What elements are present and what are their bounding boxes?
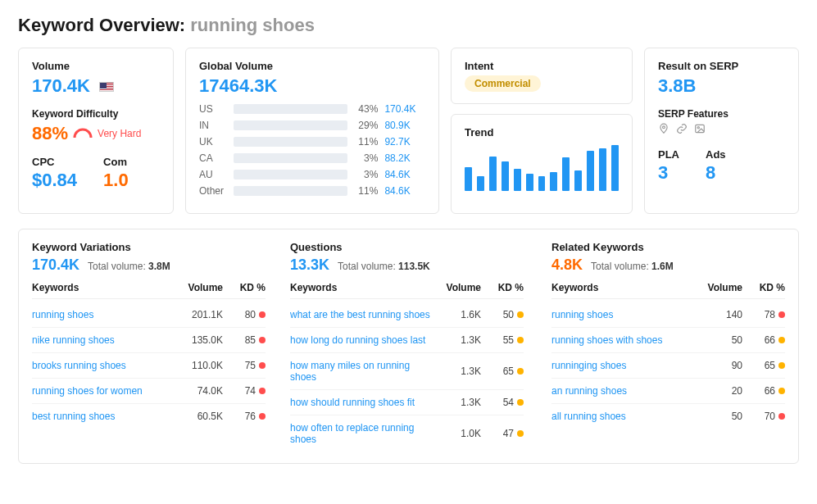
volume-label: Volume bbox=[32, 60, 160, 72]
keyword-kd: 74 bbox=[223, 385, 266, 397]
col-sub: Total volume: 1.6M bbox=[591, 261, 674, 272]
serp-value: 3.8B bbox=[658, 75, 785, 97]
kd-dot-icon bbox=[259, 413, 266, 420]
global-country: IN bbox=[199, 120, 227, 131]
kd-dot-icon bbox=[517, 368, 524, 375]
keyword-kd: 70 bbox=[742, 411, 785, 422]
com-value: 1.0 bbox=[103, 170, 129, 191]
global-row: AU 3% 84.6K bbox=[199, 169, 425, 180]
global-pct: 11% bbox=[354, 136, 379, 148]
table-row: running shoes for women 74.0K 74 bbox=[32, 379, 266, 404]
global-bar bbox=[234, 120, 347, 130]
keyword-kd: 76 bbox=[223, 411, 266, 422]
keyword-link[interactable]: running shoes with shoes bbox=[551, 334, 692, 346]
table-row: nike running shoes 135.0K 85 bbox=[32, 328, 266, 353]
col-main: 170.4K Total volume: 3.8M bbox=[32, 257, 266, 274]
trend-bar bbox=[550, 172, 557, 191]
global-pct: 43% bbox=[354, 103, 379, 115]
th-volume: Volume bbox=[172, 282, 223, 293]
table-row: an running shoes 20 66 bbox=[551, 379, 785, 404]
kd-dot-icon bbox=[517, 399, 524, 406]
keyword-kd: 80 bbox=[223, 309, 266, 320]
keyword-kd: 66 bbox=[742, 385, 785, 397]
keyword-volume: 201.1K bbox=[172, 309, 223, 320]
col-sub: Total volume: 3.8M bbox=[88, 261, 170, 272]
kd-label: Keyword Difficulty bbox=[32, 108, 160, 120]
keyword-link[interactable]: what are the best running shoes bbox=[290, 309, 430, 320]
page-title-label: Keyword Overview: bbox=[18, 15, 185, 35]
keyword-volume: 1.6K bbox=[430, 309, 481, 320]
col-main-value: 13.3K bbox=[290, 257, 329, 274]
cpc-label: CPC bbox=[32, 156, 77, 168]
global-row: UK 11% 92.7K bbox=[199, 136, 425, 148]
keyword-kd: 50 bbox=[481, 309, 524, 320]
col-main: 4.8K Total volume: 1.6M bbox=[551, 257, 785, 274]
features-label: SERP Features bbox=[658, 108, 785, 120]
keyword-kd: 66 bbox=[742, 334, 785, 346]
page-title: Keyword Overview: running shoes bbox=[18, 15, 799, 36]
serp-features-icons bbox=[658, 123, 785, 137]
table-row: running shoes 201.1K 80 bbox=[32, 302, 266, 328]
com-block: Com 1.0 bbox=[103, 156, 129, 191]
keyword-link[interactable]: nike running shoes bbox=[32, 334, 172, 346]
keyword-link[interactable]: how should running shoes fit bbox=[290, 397, 430, 408]
svg-point-2 bbox=[697, 127, 699, 129]
intent-badge: Commercial bbox=[465, 75, 541, 92]
global-country: Other bbox=[199, 185, 227, 197]
keyword-kd: 75 bbox=[223, 360, 266, 371]
keyword-volume: 1.3K bbox=[430, 366, 481, 377]
table-header: Keywords Volume KD % bbox=[32, 282, 266, 299]
keyword-kd: 78 bbox=[742, 309, 785, 320]
keyword-volume: 1.0K bbox=[430, 428, 481, 439]
keyword-link[interactable]: all running shoes bbox=[551, 411, 692, 422]
keyword-link[interactable]: an running shoes bbox=[551, 385, 692, 397]
pla-value: 3 bbox=[658, 162, 679, 184]
trend-bar bbox=[477, 176, 484, 191]
table-row: brooks running shoes 110.0K 75 bbox=[32, 353, 266, 379]
keyword-link[interactable]: running shoes bbox=[32, 309, 172, 320]
global-country: US bbox=[199, 103, 227, 115]
keyword-volume: 60.5K bbox=[172, 411, 223, 422]
kd-dot-icon bbox=[778, 337, 785, 343]
ads-block: Ads 8 bbox=[706, 148, 726, 184]
global-val: 170.4K bbox=[384, 103, 425, 115]
keyword-link[interactable]: best running shoes bbox=[32, 411, 172, 422]
table-row: what are the best running shoes 1.6K 50 bbox=[290, 302, 524, 328]
col-title: Questions bbox=[290, 241, 524, 253]
kd-dot-icon bbox=[259, 337, 266, 343]
keyword-kd: 47 bbox=[481, 428, 524, 439]
global-pct: 3% bbox=[354, 169, 379, 180]
link-icon bbox=[676, 123, 688, 137]
global-pct: 11% bbox=[354, 185, 379, 197]
trend-bar bbox=[599, 148, 606, 191]
kd-value: 88% bbox=[32, 123, 68, 144]
th-keywords: Keywords bbox=[290, 282, 430, 293]
trend-bar bbox=[489, 157, 497, 191]
global-country: AU bbox=[199, 169, 227, 180]
keyword-link[interactable]: how many miles on running shoes bbox=[290, 360, 430, 383]
kd-dot-icon bbox=[259, 362, 266, 369]
keyword-link[interactable]: running shoes for women bbox=[32, 385, 172, 397]
trend-bar bbox=[574, 170, 582, 191]
table-header: Keywords Volume KD % bbox=[551, 282, 785, 299]
col-main: 13.3K Total volume: 113.5K bbox=[290, 257, 524, 274]
keyword-link[interactable]: brooks running shoes bbox=[32, 360, 172, 371]
trend-bar bbox=[611, 145, 619, 191]
global-row: US 43% 170.4K bbox=[199, 103, 425, 115]
keyword-link[interactable]: running shoes bbox=[551, 309, 692, 320]
keyword-volume: 1.3K bbox=[430, 334, 481, 346]
keyword-volume: 110.0K bbox=[172, 360, 223, 371]
table-header: Keywords Volume KD % bbox=[290, 282, 524, 299]
keyword-link[interactable]: how long do running shoes last bbox=[290, 334, 430, 346]
ads-label: Ads bbox=[706, 148, 726, 161]
keyword-volume: 140 bbox=[692, 309, 742, 320]
keyword-link[interactable]: runninging shoes bbox=[551, 360, 692, 371]
trend-bar bbox=[502, 161, 509, 191]
global-bar bbox=[234, 153, 347, 163]
trend-bar bbox=[538, 176, 546, 191]
keyword-kd: 55 bbox=[481, 334, 524, 346]
card-global-volume: Global Volume 17464.3K US 43% 170.4KIN 2… bbox=[185, 48, 439, 214]
keyword-link[interactable]: how often to replace running shoes bbox=[290, 422, 430, 445]
cpc-block: CPC $0.84 bbox=[32, 156, 77, 191]
global-bar bbox=[234, 104, 347, 114]
